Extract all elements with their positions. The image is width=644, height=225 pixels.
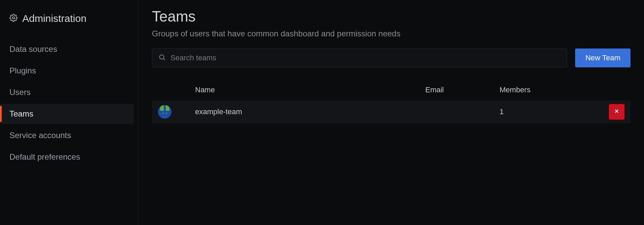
cell-members: 1 xyxy=(500,107,601,116)
close-icon xyxy=(614,107,620,116)
sidebar-item-label: Teams xyxy=(9,109,33,119)
sidebar-header: Administration xyxy=(0,9,138,38)
search-icon xyxy=(158,54,170,62)
sidebar-item-users[interactable]: Users xyxy=(0,82,134,102)
gear-icon xyxy=(9,14,18,23)
svg-line-2 xyxy=(163,59,165,60)
sidebar-item-label: Plugins xyxy=(9,66,36,75)
new-team-button[interactable]: New Team xyxy=(575,49,630,67)
cell-name: example-team xyxy=(195,107,425,116)
svg-point-0 xyxy=(12,17,15,19)
sidebar-title: Administration xyxy=(22,13,86,24)
delete-team-button[interactable] xyxy=(609,104,624,120)
sidebar-item-teams[interactable]: Teams xyxy=(0,104,134,124)
col-email: Email xyxy=(425,86,500,94)
sidebar-item-plugins[interactable]: Plugins xyxy=(0,61,134,81)
page-subtitle: Groups of users that have common dashboa… xyxy=(152,29,630,38)
sidebar-item-default-preferences[interactable]: Default preferences xyxy=(0,147,134,167)
sidebar-item-service-accounts[interactable]: Service accounts xyxy=(0,125,134,146)
teams-table: Name Email Members example-team 1 xyxy=(152,79,630,123)
search-field[interactable] xyxy=(152,49,567,67)
sidebar-item-data-sources[interactable]: Data sources xyxy=(0,39,134,59)
sidebar-item-label: Default preferences xyxy=(9,152,80,162)
page-title: Teams xyxy=(152,8,630,25)
main-content: Teams Groups of users that have common d… xyxy=(138,0,644,225)
table-row[interactable]: example-team 1 xyxy=(152,100,630,123)
svg-point-1 xyxy=(160,55,164,59)
table-header: Name Email Members xyxy=(152,79,630,100)
toolbar: New Team xyxy=(152,49,630,67)
col-members: Members xyxy=(500,86,601,94)
sidebar-item-label: Service accounts xyxy=(9,131,71,140)
col-name: Name xyxy=(195,86,425,94)
sidebar-item-label: Users xyxy=(9,88,31,97)
team-avatar xyxy=(158,105,171,119)
sidebar-item-label: Data sources xyxy=(9,44,57,54)
search-input[interactable] xyxy=(170,54,561,62)
sidebar: Administration Data sources Plugins User… xyxy=(0,0,138,225)
